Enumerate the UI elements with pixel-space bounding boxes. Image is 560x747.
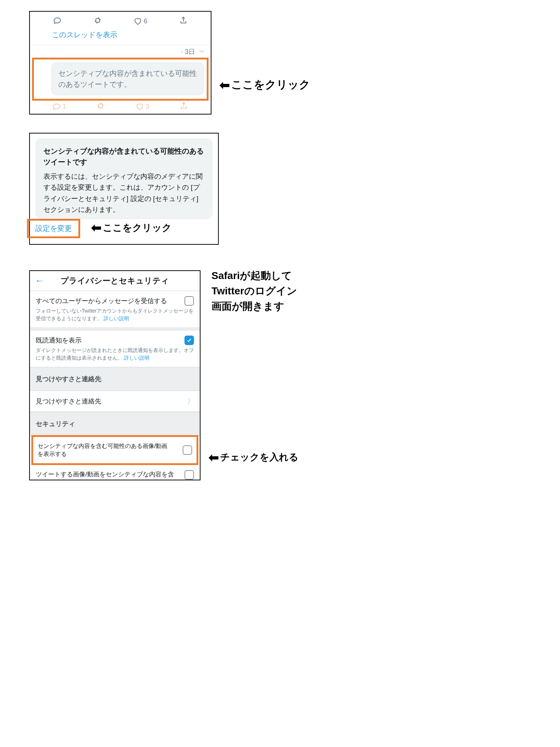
read-receipt-label: 既読通知を表示	[36, 336, 82, 345]
like-button[interactable]: 6	[133, 17, 147, 26]
settings-panel-3: ← プライバシーとセキュリティ すべてのユーザーからメッセージを受信する フォロ…	[29, 270, 201, 481]
retweet-icon[interactable]	[96, 101, 105, 112]
share-icon[interactable]	[179, 16, 188, 26]
dm-receive-label: すべてのユーザーからメッセージを受信する	[36, 297, 167, 305]
reply-icon[interactable]: 1	[52, 102, 66, 111]
reply-count-faded: 1	[62, 103, 66, 111]
discoverability-row[interactable]: 見つけやすさと連絡先 〉	[30, 391, 200, 412]
chevron-down-icon[interactable]: ﹀	[199, 49, 205, 55]
tweet-panel-1: 6 このスレッドを表示 · 3日 ﹀ センシティブな内容が含まれている可能性のあ…	[29, 11, 211, 115]
checkbox-unchecked[interactable]	[183, 445, 192, 455]
like-count-faded: 3	[145, 103, 149, 111]
sensitive-media-row[interactable]: センシティブな内容を含む可能性のある画像/動画を表示する	[33, 437, 197, 464]
dm-receive-desc: フォローしていないTwitterアカウントからもダイレクトメッセージを受信できる…	[30, 307, 200, 328]
arrow-left-icon: ⬅	[91, 221, 101, 234]
annotation-click-here-1: ⬅ ここをクリック	[219, 77, 310, 92]
security-section-header: セキュリティ	[30, 412, 200, 436]
sensitive-content-notice[interactable]: センシティブな内容が含まれている可能性のあるツイートです。	[51, 62, 204, 95]
tweet-actions-row-faded: 1 3	[30, 101, 211, 114]
discoverability-label: 見つけやすさと連絡先	[36, 397, 101, 406]
learn-more-link[interactable]: 詳しい説明	[104, 316, 129, 321]
info-card-body: 表示するには、センシティブな内容のメディアに関する設定を変更します。これは、アカ…	[43, 171, 205, 216]
retweet-icon[interactable]	[93, 16, 102, 26]
info-panel-2: センシティブな内容が含まれている可能性のあるツイートです 表示するには、センシテ…	[29, 133, 219, 245]
highlight-box-3: センシティブな内容を含む可能性のある画像/動画を表示する	[31, 435, 198, 465]
highlight-box-1: センシティブな内容が含まれている可能性のあるツイートです。	[32, 58, 209, 101]
share-icon[interactable]	[179, 101, 188, 112]
show-thread-link[interactable]: このスレッドを表示	[30, 28, 211, 45]
like-count: 6	[144, 18, 147, 25]
tweet-timestamp: · 3日	[181, 48, 195, 55]
checkbox-unchecked[interactable]	[184, 296, 194, 306]
highlight-box-2: 設定を変更	[27, 219, 80, 238]
like-button[interactable]: 3	[135, 102, 149, 111]
back-button[interactable]: ←	[35, 275, 44, 286]
sensitive-media-label: センシティブな内容を含む可能性のある画像/動画を表示する	[38, 442, 169, 458]
chevron-right-icon: 〉	[187, 397, 194, 406]
read-receipt-row[interactable]: 既読通知を表示	[30, 330, 200, 347]
reply-icon[interactable]	[53, 16, 62, 26]
sensitive-info-card: センシティブな内容が含まれている可能性のあるツイートです 表示するには、センシテ…	[36, 139, 212, 219]
checkbox-unchecked[interactable]	[184, 470, 194, 480]
tweet-actions-row: 6	[30, 12, 211, 28]
info-card-title: センシティブな内容が含まれている可能性のあるツイートです	[43, 146, 205, 167]
settings-title: プライバシーとセキュリティ	[61, 275, 169, 286]
discoverability-section-header: 見つけやすさと連絡先	[30, 367, 200, 391]
change-settings-link[interactable]: 設定を変更	[35, 224, 72, 232]
annotation-click-here-2: ⬅ ここをクリック	[91, 221, 172, 234]
mark-media-row[interactable]: ツイートする画像/動画をセンシティブな内容を含	[30, 465, 200, 480]
arrow-left-icon: ⬅	[209, 451, 219, 464]
mark-media-label: ツイートする画像/動画をセンシティブな内容を含	[36, 470, 174, 479]
dm-receive-row[interactable]: すべてのユーザーからメッセージを受信する	[30, 291, 200, 307]
settings-header: ← プライバシーとセキュリティ	[30, 271, 200, 291]
annotation-check-here: ⬅ チェックを入れる	[209, 451, 299, 464]
learn-more-link[interactable]: 詳しい説明	[124, 355, 149, 361]
read-receipt-desc: ダイレクトメッセージが読まれたときに既読通知を表示します。オフにすると既読通知は…	[30, 347, 200, 367]
tweet-timestamp-row: · 3日 ﹀	[30, 45, 211, 56]
checkbox-checked[interactable]	[184, 336, 194, 345]
arrow-left-icon: ⬅	[219, 79, 230, 91]
annotation-safari-note: Safariが起動して Twitterのログイン 画面が開きます	[211, 268, 297, 314]
